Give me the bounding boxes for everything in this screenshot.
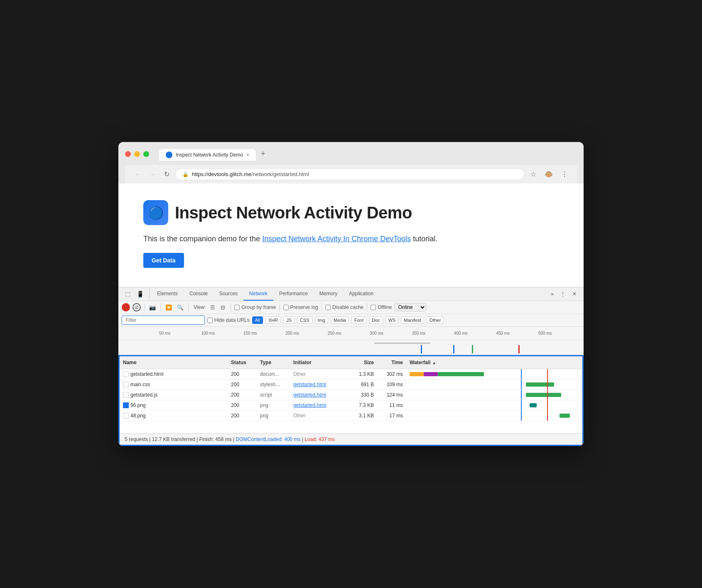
devtools-tab-elements[interactable]: Elements	[151, 287, 184, 301]
browser-menu-button[interactable]: ⋮	[559, 169, 570, 180]
refresh-button[interactable]: ↻	[162, 169, 172, 180]
timeline-chart	[118, 340, 584, 355]
tab-close-button[interactable]: ×	[246, 152, 249, 158]
network-table: Name Status Type Initiator Size Time Wat…	[120, 356, 582, 434]
preserve-log-checkbox[interactable]	[283, 305, 289, 310]
timeline-label-350: 350 ms	[412, 331, 454, 336]
col-header-status[interactable]: Status	[228, 358, 257, 367]
new-tab-button[interactable]: +	[256, 147, 270, 161]
devtools-tab-application[interactable]: Application	[343, 287, 379, 301]
devtools-more-tabs-button[interactable]: »	[547, 289, 557, 299]
col-header-initiator[interactable]: Initiator	[290, 358, 348, 367]
filter-ws-button[interactable]: WS	[385, 316, 399, 324]
camera-button[interactable]: 📷	[148, 303, 157, 312]
address-bar[interactable]: 🔒 https://devtools.glitch.me/network/get…	[175, 168, 525, 180]
row-initiator-0: Other	[290, 370, 348, 379]
col-header-waterfall[interactable]: Waterfall ▲	[406, 358, 582, 367]
timeline-label-50: 50 ms	[159, 331, 201, 336]
row-size-1: 691 B	[348, 380, 377, 389]
row-initiator-1[interactable]: getstarted.html	[290, 380, 348, 389]
devtools-tab-sources[interactable]: Sources	[214, 287, 243, 301]
page-subtitle: This is the companion demo for the Inspe…	[143, 233, 559, 245]
page-title: Inspect Network Activity Demo	[175, 203, 412, 222]
get-data-button[interactable]: Get Data	[143, 253, 184, 268]
filter-doc-button[interactable]: Doc	[369, 316, 383, 324]
row-initiator-3[interactable]: getstarted.html	[290, 401, 348, 410]
hide-data-urls-label[interactable]: Hide data URLs	[207, 317, 250, 323]
devtools-tab-performance[interactable]: Performance	[273, 287, 314, 301]
col-header-size[interactable]: Size	[348, 358, 377, 367]
col-header-type[interactable]: Type	[257, 358, 290, 367]
devtools-settings-button[interactable]: ⋮	[557, 288, 569, 300]
devtools-tab-memory[interactable]: Memory	[314, 287, 343, 301]
row-waterfall-0	[406, 369, 582, 379]
network-table-highlight: Name Status Type Initiator Size Time Wat…	[118, 355, 584, 446]
table-row[interactable]: main.css 200 stylesh... getstarted.html …	[120, 380, 582, 390]
throttle-select[interactable]: Online Fast 3G Slow 3G Offline	[395, 303, 426, 311]
row-initiator-4: Other	[290, 411, 348, 420]
profile-button[interactable]: 🐵	[542, 169, 555, 180]
offline-label[interactable]: Offline	[371, 304, 392, 310]
offline-checkbox[interactable]	[371, 305, 376, 310]
row-name-48png: 48.png	[120, 411, 228, 420]
table-row[interactable]: getstarted.js 200 script getstarted.html…	[120, 390, 582, 400]
row-waterfall-3	[406, 400, 582, 410]
disable-cache-checkbox[interactable]	[325, 305, 331, 310]
filter-img-button[interactable]: Img	[315, 316, 328, 324]
table-row[interactable]: getstarted.html 200 docum... Other 1.3 K…	[120, 369, 582, 380]
timeline-label-150: 150 ms	[243, 331, 285, 336]
search-button[interactable]: 🔍	[176, 303, 185, 312]
traffic-light-yellow[interactable]	[134, 151, 140, 157]
large-rows-button[interactable]: ⊟	[218, 303, 227, 312]
clear-button[interactable]: ⊘	[133, 303, 141, 311]
filter-xhr-button[interactable]: XHR	[265, 316, 281, 324]
list-view-button[interactable]: ☰	[208, 303, 217, 312]
filter-toggle-button[interactable]: 🔽	[164, 303, 173, 312]
filter-font-button[interactable]: Font	[351, 316, 366, 324]
wf-bar-green-1	[526, 382, 554, 387]
devtools-tab-network[interactable]: Network	[243, 287, 273, 301]
preserve-log-label[interactable]: Preserve log	[283, 304, 318, 310]
group-by-frame-checkbox[interactable]	[234, 305, 240, 310]
group-by-frame-label[interactable]: Group by frame	[234, 304, 276, 310]
devtools-tab-console[interactable]: Console	[184, 287, 214, 301]
row-icon-png	[123, 413, 129, 419]
col-header-time[interactable]: Time	[377, 358, 406, 367]
timeline-label-400: 400 ms	[454, 331, 496, 336]
filter-media-button[interactable]: Media	[331, 316, 349, 324]
filter-css-button[interactable]: CSS	[297, 316, 312, 324]
filter-manifest-button[interactable]: Manifest	[401, 316, 424, 324]
filter-other-button[interactable]: Other	[427, 316, 444, 324]
view-label: View:	[194, 304, 206, 310]
forward-button[interactable]: →	[147, 169, 158, 180]
table-row[interactable]: 96.png 200 png getstarted.html 7.3 KB 11…	[120, 400, 582, 411]
wf-line-blue-1	[521, 380, 522, 390]
filter-all-button[interactable]: All	[252, 316, 263, 324]
device-toolbar-button[interactable]: 📱	[134, 288, 146, 300]
page-content: 🔵 Inspect Network Activity Demo This is …	[118, 184, 584, 287]
traffic-light-green[interactable]	[143, 151, 149, 157]
devtools-close-button[interactable]: ×	[569, 288, 580, 300]
row-name-96png: 96.png	[120, 401, 228, 410]
subtitle-link[interactable]: Inspect Network Activity In Chrome DevTo…	[262, 235, 411, 243]
row-size-4: 3.1 KB	[348, 411, 377, 420]
browser-tab-active[interactable]: 🔵 Inspect Network Activity Demo ×	[159, 149, 256, 161]
toolbar-separator-1	[144, 303, 145, 311]
hide-data-urls-checkbox[interactable]	[207, 318, 213, 323]
filter-input[interactable]	[122, 316, 205, 325]
timeline-blue-marker	[421, 345, 422, 353]
inspect-element-button[interactable]: ⬚	[122, 288, 133, 300]
browser-window: 🔵 Inspect Network Activity Demo × + ← → …	[118, 142, 584, 446]
back-button[interactable]: ←	[132, 169, 143, 180]
table-row[interactable]: 48.png 200 png Other 3.1 KB 17 ms	[120, 411, 582, 421]
filter-js-button[interactable]: JS	[283, 316, 295, 324]
bookmark-button[interactable]: ☆	[528, 169, 539, 180]
row-status-2: 200	[228, 390, 257, 399]
record-button[interactable]	[122, 303, 130, 311]
traffic-light-red[interactable]	[125, 151, 131, 157]
disable-cache-label[interactable]: Disable cache	[325, 304, 363, 310]
timeline-labels: 50 ms 100 ms 150 ms 200 ms 250 ms 300 ms…	[122, 331, 580, 336]
col-header-name[interactable]: Name	[120, 358, 228, 367]
row-initiator-2[interactable]: getstarted.html	[290, 390, 348, 399]
row-type-4: png	[257, 411, 290, 420]
